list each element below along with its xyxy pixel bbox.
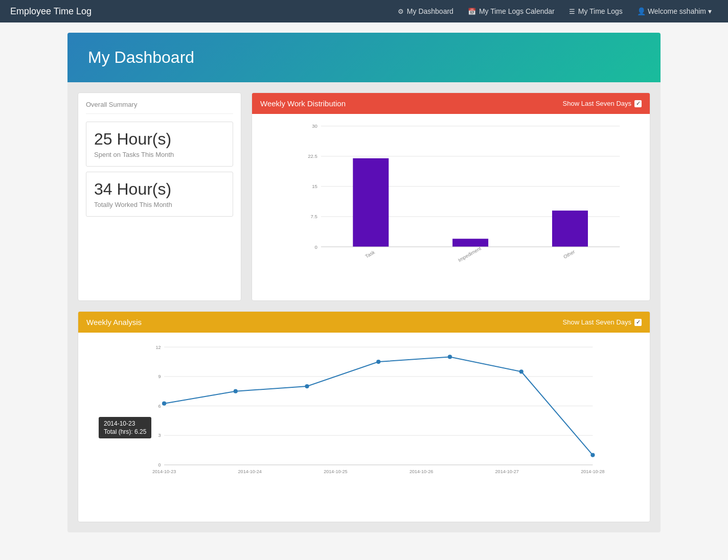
- dashboard-body: Overall Summary 25 Hour(s) Spent on Task…: [67, 82, 661, 532]
- analysis-toggle-label: Show Last Seven Days: [563, 318, 631, 326]
- svg-point-28: [234, 389, 238, 393]
- stat-label-tasks: Spent on Tasks This Month: [94, 151, 225, 158]
- bar-chart-svg: 07.51522.530TaskImpedimentOther: [288, 122, 640, 265]
- svg-text:15: 15: [312, 183, 317, 189]
- stat-box-worked: 34 Hour(s) Totally Worked This Month: [86, 172, 233, 217]
- svg-text:Other: Other: [562, 248, 576, 260]
- nav-calendar[interactable]: 📅 My Time Logs Calendar: [462, 4, 561, 18]
- svg-point-32: [519, 369, 524, 374]
- stat-hours-tasks: 25 Hour(s): [94, 130, 225, 149]
- svg-point-27: [162, 402, 166, 406]
- nav-items: ⚙ My Dashboard 📅 My Time Logs Calendar ☰…: [392, 4, 718, 18]
- analysis-header: Weekly Analysis Show Last Seven Days ✓: [78, 312, 650, 333]
- nav-timelogs-label: My Time Logs: [578, 7, 623, 15]
- stat-hours-worked: 34 Hour(s): [94, 180, 225, 199]
- svg-text:2014-10-23: 2014-10-23: [152, 469, 176, 474]
- page-title: My Dashboard: [88, 48, 640, 67]
- user-icon: 👤: [637, 7, 646, 15]
- svg-text:6: 6: [158, 404, 161, 409]
- analysis-title: Weekly Analysis: [86, 318, 142, 326]
- weekly-work-toggle[interactable]: Show Last Seven Days ✓: [563, 100, 642, 107]
- svg-text:12: 12: [155, 345, 161, 350]
- nav-timelogs[interactable]: ☰ My Time Logs: [563, 4, 629, 18]
- analysis-toggle[interactable]: Show Last Seven Days ✓: [563, 318, 642, 326]
- weekly-work-panel: Weekly Work Distribution Show Last Seven…: [252, 92, 650, 301]
- weekly-work-chart-body: 07.51522.530TaskImpedimentOther: [252, 114, 650, 300]
- svg-rect-12: [452, 239, 488, 247]
- svg-text:7.5: 7.5: [311, 214, 317, 219]
- timelogs-icon: ☰: [569, 8, 575, 15]
- svg-rect-10: [353, 158, 389, 247]
- svg-point-29: [305, 384, 309, 388]
- weekly-work-header: Weekly Work Distribution Show Last Seven…: [252, 93, 650, 114]
- nav-calendar-label: My Time Logs Calendar: [479, 7, 555, 15]
- weekly-work-title: Weekly Work Distribution: [260, 99, 346, 108]
- stat-label-worked: Totally Worked This Month: [94, 201, 225, 208]
- svg-text:2014-10-24: 2014-10-24: [238, 469, 262, 474]
- svg-text:2014-10-28: 2014-10-28: [581, 469, 604, 474]
- weekly-work-checkbox[interactable]: ✓: [634, 100, 642, 107]
- svg-text:9: 9: [158, 374, 161, 379]
- navbar: Employee Time Log ⚙ My Dashboard 📅 My Ti…: [0, 0, 728, 22]
- svg-text:3: 3: [158, 433, 161, 438]
- svg-text:0: 0: [315, 244, 317, 250]
- svg-point-30: [376, 360, 380, 364]
- summary-panel-title: Overall Summary: [86, 101, 233, 114]
- svg-text:2014-10-26: 2014-10-26: [410, 469, 433, 474]
- welcome-text: Welcome sshahim: [648, 7, 706, 15]
- svg-rect-14: [552, 211, 588, 247]
- summary-panel: Overall Summary 25 Hour(s) Spent on Task…: [78, 92, 241, 301]
- weekly-work-toggle-label: Show Last Seven Days: [563, 100, 631, 107]
- nav-dashboard[interactable]: ⚙ My Dashboard: [392, 4, 460, 18]
- analysis-body: 0369122014-10-232014-10-242014-10-252014…: [78, 333, 650, 522]
- svg-text:2014-10-27: 2014-10-27: [495, 469, 519, 474]
- stat-box-tasks: 25 Hour(s) Spent on Tasks This Month: [86, 122, 233, 167]
- dropdown-icon: ▾: [708, 7, 712, 15]
- top-row: Overall Summary 25 Hour(s) Spent on Task…: [78, 92, 650, 301]
- nav-welcome[interactable]: 👤 Welcome sshahim ▾: [631, 4, 718, 18]
- app-brand[interactable]: Employee Time Log: [10, 6, 92, 17]
- dashboard-header: My Dashboard: [67, 33, 661, 82]
- main-container: My Dashboard Overall Summary 25 Hour(s) …: [57, 22, 671, 543]
- calendar-icon: 📅: [468, 8, 476, 15]
- svg-text:30: 30: [312, 123, 317, 129]
- nav-dashboard-label: My Dashboard: [407, 7, 453, 15]
- dashboard-icon: ⚙: [398, 8, 404, 15]
- svg-text:Impediment: Impediment: [457, 245, 482, 263]
- svg-text:2014-10-25: 2014-10-25: [324, 469, 347, 474]
- line-chart-svg: 0369122014-10-232014-10-242014-10-252014…: [109, 343, 640, 486]
- analysis-checkbox[interactable]: ✓: [634, 319, 642, 326]
- svg-text:22.5: 22.5: [308, 153, 317, 159]
- svg-point-33: [590, 453, 595, 457]
- svg-point-31: [448, 355, 452, 359]
- svg-text:Task: Task: [364, 249, 376, 260]
- weekly-analysis-panel: Weekly Analysis Show Last Seven Days ✓ 0…: [78, 311, 650, 522]
- svg-text:0: 0: [158, 462, 161, 468]
